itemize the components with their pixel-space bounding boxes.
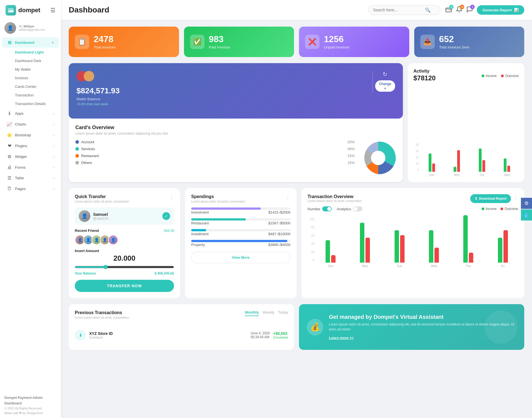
balance-label: Your Balance: [75, 271, 96, 275]
tab-weekly[interactable]: Weekly: [263, 310, 274, 316]
to-title: Transaction Overview: [308, 194, 470, 199]
card-overview-subtitle: Lorem ipsum dolor sit amet, consectetur …: [75, 132, 396, 135]
to-outcome-legend: Outcome: [505, 207, 518, 211]
spending-installment: Installment $487 /$10000: [191, 229, 290, 236]
search-input[interactable]: [373, 8, 423, 12]
insert-amount-label: Insert Amount: [75, 249, 174, 253]
wallet-card: $824,571.93 Wallet Balance +0.8% than la…: [69, 63, 403, 119]
big-bar-tue: Tue: [384, 230, 415, 268]
tab-today[interactable]: Today: [278, 310, 288, 316]
tab-monthly[interactable]: Monthly: [245, 310, 259, 316]
sidebar-label-pages: Pages: [15, 187, 25, 191]
sidebar-item-invoices[interactable]: Invoices: [2, 74, 59, 82]
avatar: 👤: [4, 22, 16, 34]
generate-report-button[interactable]: Generate Report 📊: [477, 5, 524, 15]
unpaid-invoices-icon: ❌: [305, 35, 319, 49]
transaction-item: ⬇ XYZ Store ID Cashback June 4, 2020 05:…: [75, 327, 288, 344]
forms-icon: 🖨: [7, 165, 12, 170]
logo-icon: [6, 5, 16, 16]
to-toggles: Number Analytics Inc: [308, 206, 518, 211]
sidebar-item-bootstrap[interactable]: ⭐ Bootstrap ›: [2, 130, 59, 140]
sidebar-item-dashboard-light[interactable]: Dashboard Light: [2, 48, 59, 56]
others-dot: [75, 161, 79, 165]
overview-item-others: Others 15%: [75, 161, 355, 165]
wallet-label: Wallet Balance: [76, 97, 370, 101]
bottom-row: Quick Transfer Lorem ipsum dolor sit ame…: [69, 188, 524, 298]
bar-group-sun: Sun: [420, 153, 444, 176]
sidebar-item-forms[interactable]: 🖨 Forms ›: [2, 162, 59, 172]
bell-icon-badge[interactable]: 12: [456, 6, 462, 14]
change-button[interactable]: Change ▼: [375, 80, 395, 92]
footer-made: Made with ❤ by DesignZone: [4, 411, 57, 416]
sidebar-item-dashboard[interactable]: ⊞ Dashboard ▼: [2, 37, 59, 48]
sidebar-label-table: Table: [15, 176, 24, 180]
sidebar-item-charts[interactable]: 📈 Charts ›: [2, 119, 59, 129]
toggle-analytics: Analytics: [337, 206, 362, 211]
services-dot: [75, 147, 79, 151]
va-learn-more-link[interactable]: Learn more >>: [329, 336, 354, 340]
sidebar-label-apps: Apps: [15, 111, 24, 116]
amount-slider[interactable]: [75, 265, 174, 269]
to-menu-icon[interactable]: ⋮: [513, 194, 518, 200]
chat-icon-badge[interactable]: 5: [466, 6, 473, 14]
trans-status: Completed: [273, 336, 288, 339]
header-actions: 2 12 5 Generate Report 📊: [445, 5, 524, 15]
settings-button[interactable]: ⚙: [521, 198, 532, 209]
sidebar: dompet ☰ 👤 Hi, William william@gmail.com…: [0, 0, 61, 418]
sidebar-item-cards-center[interactable]: Cards Center: [2, 83, 59, 91]
search-box[interactable]: 🔍: [368, 5, 440, 15]
stat-card-total-invoices: 📋 2478 Total Invoices: [69, 27, 179, 57]
trans-amount: +$5,553: [273, 331, 288, 336]
transaction-icon: ⬇: [75, 330, 86, 341]
invoices-sent-icon: 📤: [420, 35, 435, 49]
activity-panel: Activity $78120 Income Outcome: [408, 63, 524, 182]
quick-transfer-menu-icon[interactable]: ⋮: [169, 194, 174, 200]
spendings-panel: Spendings Lorem ipsum dolor sit amet, co…: [185, 188, 296, 298]
download-report-button[interactable]: ⬇ Download Report: [470, 194, 511, 203]
pie-chart: [360, 140, 396, 176]
see-all-link[interactable]: See All: [164, 229, 174, 233]
chevron-right-icon8: ›: [53, 187, 54, 190]
friends-avatars: 👤 👤 👤 👤 👤: [75, 235, 174, 245]
sidebar-item-table[interactable]: ☰ Table ›: [2, 173, 59, 183]
svg-point-1: [9, 11, 10, 11]
spendings-menu-icon[interactable]: ⋮: [285, 194, 290, 200]
sidebar-item-my-wallet[interactable]: My Wallet: [2, 65, 59, 73]
sidebar-logo: dompet ☰: [0, 0, 61, 19]
overview-list: Account 20% Services 40% Restaurant: [75, 140, 355, 168]
sidebar-item-pages[interactable]: 🗒 Pages ›: [2, 184, 59, 194]
color-palette-button[interactable]: 💧: [521, 209, 532, 220]
sidebar-item-transaction-details[interactable]: Transaction Details: [2, 100, 59, 108]
quick-transfer-panel: Quick Transfer Lorem ipsum dolor sit ame…: [69, 188, 180, 298]
chat-badge: 5: [470, 5, 475, 9]
contact-check-icon[interactable]: ✓: [162, 212, 170, 220]
sidebar-item-apps[interactable]: ℹ Apps ›: [2, 108, 59, 119]
virtual-assistant-banner: 💰 Get managed by Dompet's Virtual Assist…: [299, 304, 524, 350]
header: Dashboard 🔍 2 12 5 Generate Report 📊: [61, 0, 532, 20]
svg-point-3: [371, 151, 385, 165]
sidebar-item-transaction[interactable]: Transaction: [2, 91, 59, 99]
charts-icon: 📈: [7, 122, 12, 127]
logo-text: dompet: [18, 7, 40, 14]
wallet-balance: $824,571.93: [76, 86, 370, 95]
sidebar-item-widget[interactable]: ⚙ Widget ›: [2, 152, 59, 162]
number-toggle-switch[interactable]: [322, 206, 332, 211]
bar-chart-icon: 📊: [514, 8, 519, 12]
hamburger-icon[interactable]: ☰: [50, 7, 55, 14]
view-more-button[interactable]: View More: [191, 252, 290, 263]
page-title: Dashboard: [69, 6, 109, 14]
widget-icon: ⚙: [7, 154, 12, 159]
total-invoices-value: 2478: [94, 34, 116, 44]
sidebar-item-dashboard-dark[interactable]: Dashboard Dark: [2, 57, 59, 65]
chevron-right-icon4: ›: [53, 144, 54, 148]
balance-value: $ 456,345.62: [155, 271, 174, 275]
analytics-toggle-switch[interactable]: [353, 206, 362, 211]
transfer-now-button[interactable]: TRANSFER NOW: [75, 280, 174, 292]
trans-date: June 4, 2020 05:34:45 AM: [250, 331, 270, 339]
sidebar-item-plugins[interactable]: ❤ Plugins ›: [2, 141, 59, 151]
chevron-down-icon: ▼: [51, 41, 54, 44]
to-legend: Income Outcome: [482, 207, 518, 211]
trans-type: Cashback: [89, 336, 247, 339]
wallet-icon-badge[interactable]: 2: [445, 6, 452, 14]
wallet-change: +0.8% than last week: [76, 102, 370, 106]
